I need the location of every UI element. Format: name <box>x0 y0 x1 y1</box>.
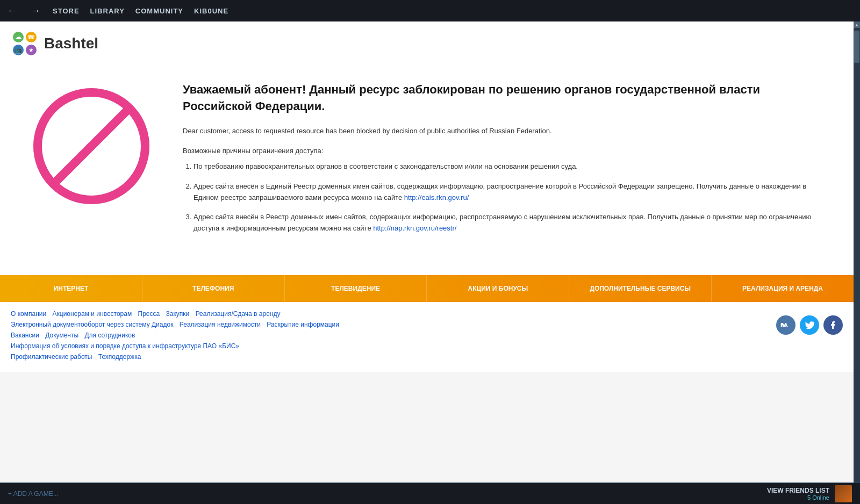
footer-links-row-1: О компании Акционерам и инвесторам Пресс… <box>11 310 776 318</box>
footer-links-area: О компании Акционерам и инвесторам Пресс… <box>0 302 854 372</box>
footer-link-vacancies[interactable]: Вакансии <box>11 332 39 339</box>
nav-library[interactable]: LIBRARY <box>90 7 125 15</box>
footer-link-investors[interactable]: Акционерам и инвесторам <box>53 310 132 318</box>
forward-button[interactable]: → <box>29 5 42 17</box>
footer-link-disclosure[interactable]: Раскрытие информации <box>267 321 339 328</box>
friends-area: VIEW FRIENDS LIST 5 Online <box>767 485 852 502</box>
bashtel-header: ☁ ☎ 📺 ★ Bashtel <box>0 21 854 66</box>
footer-link-employees[interactable]: Для сотрудников <box>84 332 135 339</box>
svg-line-10 <box>53 107 130 185</box>
back-button[interactable]: ← <box>5 5 18 17</box>
social-icons <box>776 315 843 335</box>
footer-link-press[interactable]: Пресса <box>138 310 160 318</box>
nav-community[interactable]: COMMUNITY <box>135 7 183 15</box>
footer-link-infrastructure[interactable]: Информация об условиях и порядке доступа… <box>11 342 239 350</box>
footer-links-row-4: Информация об условиях и порядке доступа… <box>11 342 776 350</box>
social-facebook-button[interactable] <box>823 315 843 335</box>
page-content: ☁ ☎ 📺 ★ Bashtel <box>0 21 854 483</box>
avatar[interactable] <box>835 485 852 502</box>
add-game-label: + ADD A GAME... <box>8 490 59 498</box>
footer-nav-telephony[interactable]: ТЕЛЕФОНИЯ <box>142 275 285 302</box>
nav-store[interactable]: STORE <box>53 7 80 15</box>
rkn-nap-link[interactable]: http://nap.rkn.gov.ru/reestr/ <box>373 224 456 232</box>
bottombar: + ADD A GAME... VIEW FRIENDS LIST 5 Onli… <box>0 483 860 504</box>
reason-2: Адрес сайта внесён в Единый Реестр домен… <box>194 181 821 204</box>
footer-nav-tv[interactable]: ТЕЛЕВИДЕНИЕ <box>285 275 427 302</box>
footer-nav-rental[interactable]: РЕАЛИЗАЦИЯ И АРЕНДА <box>712 275 854 302</box>
footer-links-left: О компании Акционерам и инвесторам Пресс… <box>11 310 776 364</box>
scrollbar[interactable]: ▲ <box>854 21 860 483</box>
scroll-thumb[interactable] <box>854 31 859 63</box>
avatar-image <box>835 485 852 502</box>
footer-nav-promotions[interactable]: АКЦИИ И БОНУСЫ <box>427 275 569 302</box>
blocked-reasons-list: По требованию правоохранительных органов… <box>183 161 821 234</box>
reason-1: По требованию правоохранительных органов… <box>194 161 821 172</box>
footer-link-maintenance[interactable]: Профилактические работы <box>11 353 92 361</box>
footer-links-row-2: Электронный документооборот через систем… <box>11 321 776 328</box>
footer-link-realization[interactable]: Реализация/Сдача в аренду <box>196 310 281 318</box>
rkn-eais-link[interactable]: http://eais.rkn.gov.ru/ <box>404 193 469 201</box>
svg-text:📺: 📺 <box>15 46 22 54</box>
bashtel-logo: ☁ ☎ 📺 ★ <box>11 30 39 57</box>
blocked-title: Уважаемый абонент! Данный ресурс заблоки… <box>183 82 821 115</box>
footer-links-row-5: Профилактические работы Техподдержка <box>11 353 776 361</box>
footer-link-support[interactable]: Техподдержка <box>98 353 141 361</box>
scroll-up-button[interactable]: ▲ <box>854 21 860 28</box>
bashtel-title: Bashtel <box>44 35 98 52</box>
footer-links-row-3: Вакансии Документы Для сотрудников <box>11 332 776 339</box>
friends-list-button[interactable]: VIEW FRIENDS LIST <box>767 487 829 494</box>
svg-text:★: ★ <box>28 47 34 53</box>
reason-3: Адрес сайта внесён в Реестр доменных име… <box>194 212 821 234</box>
blocked-icon <box>32 87 150 205</box>
blocked-text: Уважаемый абонент! Данный ресурс заблоки… <box>183 82 821 243</box>
svg-text:☁: ☁ <box>15 33 22 41</box>
footer-nav: ИНТЕРНЕТ ТЕЛЕФОНИЯ ТЕЛЕВИДЕНИЕ АКЦИИ И Б… <box>0 275 854 302</box>
friends-online-count: 5 Online <box>767 494 829 501</box>
friends-text: VIEW FRIENDS LIST 5 Online <box>767 487 829 501</box>
blocked-english: Dear customer, access to requested resou… <box>183 126 821 136</box>
footer-nav-additional[interactable]: ДОПОЛНИТЕЛЬНЫЕ СЕРВИСЫ <box>569 275 712 302</box>
social-twitter-button[interactable] <box>800 315 819 335</box>
main-area: ☁ ☎ 📺 ★ Bashtel <box>0 21 860 483</box>
topbar: ← → STORE LIBRARY COMMUNITY KIB0UNE <box>0 0 860 21</box>
blocked-reasons-title: Возможные причины ограничения доступа: <box>183 147 821 155</box>
footer-link-about[interactable]: О компании <box>11 310 46 318</box>
footer-link-procurement[interactable]: Закупки <box>166 310 190 318</box>
footer-link-documents[interactable]: Документы <box>45 332 78 339</box>
footer-link-realestate[interactable]: Реализация недвижимости <box>180 321 261 328</box>
social-vk-button[interactable] <box>776 315 796 335</box>
footer-nav-internet[interactable]: ИНТЕРНЕТ <box>0 275 142 302</box>
blocked-area: Уважаемый абонент! Данный ресурс заблоки… <box>0 66 854 275</box>
site-footer: ИНТЕРНЕТ ТЕЛЕФОНИЯ ТЕЛЕВИДЕНИЕ АКЦИИ И Б… <box>0 275 854 372</box>
add-game-button[interactable]: + ADD A GAME... <box>8 490 59 498</box>
browser-content: ☁ ☎ 📺 ★ Bashtel <box>0 21 854 483</box>
svg-text:☎: ☎ <box>27 34 35 40</box>
footer-link-diadok[interactable]: Электронный документооборот через систем… <box>11 321 173 328</box>
nav-username[interactable]: KIB0UNE <box>194 7 228 15</box>
